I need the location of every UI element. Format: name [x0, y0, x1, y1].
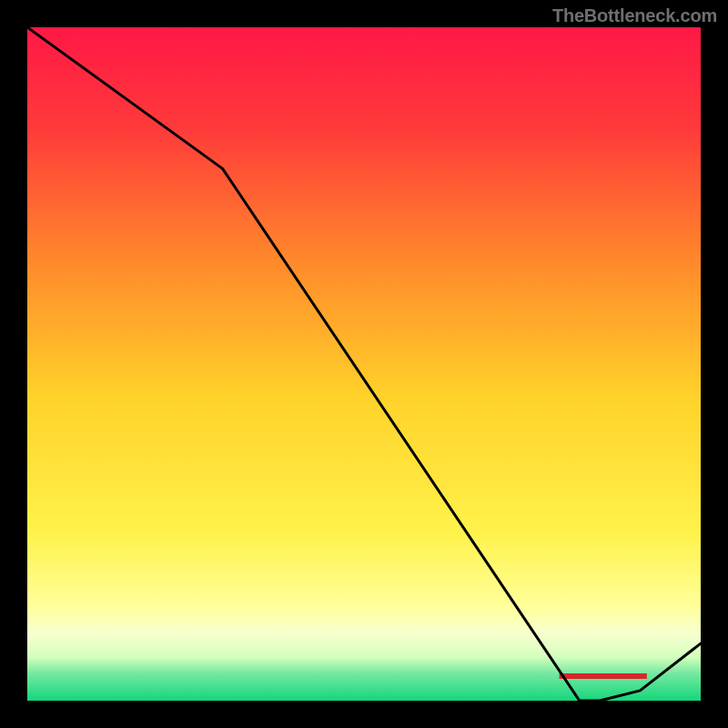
plot-area	[27, 27, 701, 701]
chart-frame: TheBottleneck.com	[0, 0, 728, 728]
bottom-marker	[560, 673, 647, 679]
chart-svg	[27, 27, 701, 701]
gradient-background	[27, 27, 701, 701]
watermark-label: TheBottleneck.com	[552, 5, 717, 26]
